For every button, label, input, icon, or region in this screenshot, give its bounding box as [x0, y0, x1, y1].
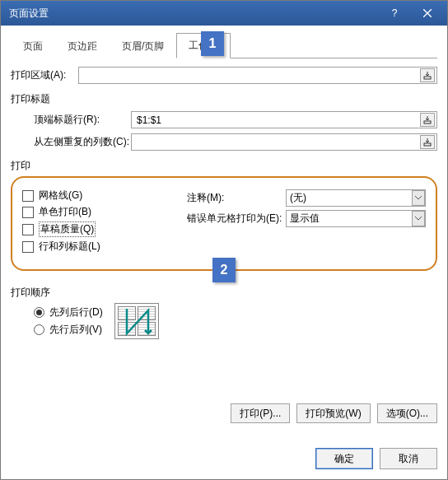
svg-rect-3 — [424, 121, 431, 123]
rows-repeat-wrap — [131, 111, 437, 128]
comments-label: 注释(M): — [187, 191, 286, 205]
tab-margins[interactable]: 页边距 — [55, 34, 110, 58]
print-area-input-wrap — [78, 67, 437, 84]
svg-rect-4 — [424, 143, 431, 146]
tab-header-footer[interactable]: 页眉/页脚 — [110, 34, 176, 58]
callout-2: 2 — [212, 258, 236, 282]
cols-repeat-input[interactable] — [135, 135, 420, 149]
print-area-label: 打印区域(A): — [11, 68, 78, 82]
draft-checkbox-row[interactable]: 草稿质量(Q) — [22, 221, 187, 237]
chevron-down-icon — [412, 211, 425, 226]
errors-select[interactable]: 显示值 — [286, 210, 426, 227]
page-order-image — [114, 303, 159, 339]
down-over-radio[interactable] — [34, 307, 44, 318]
comments-select[interactable]: (无) — [286, 189, 426, 207]
cols-repeat-range-icon[interactable] — [420, 135, 435, 149]
headers-checkbox[interactable] — [22, 241, 34, 253]
rows-repeat-input[interactable] — [135, 113, 420, 127]
gridlines-label: 网格线(G) — [39, 189, 82, 203]
rows-repeat-range-icon[interactable] — [420, 113, 435, 127]
callout-1: 1 — [201, 31, 224, 56]
print-preview-button[interactable]: 打印预览(W) — [296, 403, 370, 423]
over-down-label: 先行后列(V) — [49, 323, 102, 337]
over-down-radio[interactable] — [34, 324, 44, 335]
print-options-group: 网格线(G) 单色打印(B) 草稿质量(Q) 行和列标题(L) — [11, 176, 437, 271]
svg-rect-2 — [424, 77, 431, 79]
cancel-button[interactable]: 取消 — [380, 448, 437, 469]
close-button[interactable] — [411, 2, 444, 25]
draft-checkbox[interactable] — [22, 224, 34, 235]
headers-label: 行和列标题(L) — [39, 240, 100, 254]
ok-button[interactable]: 确定 — [315, 448, 373, 469]
errors-value: 显示值 — [290, 212, 422, 226]
options-button[interactable]: 选项(O)... — [377, 403, 437, 423]
cols-repeat-label: 从左侧重复的列数(C): — [34, 135, 131, 149]
window-title: 页面设置 — [9, 7, 378, 21]
cols-repeat-wrap — [131, 133, 437, 151]
page-order-group-label: 打印顺序 — [11, 286, 437, 300]
print-button[interactable]: 打印(P)... — [231, 403, 290, 423]
print-area-input[interactable] — [82, 68, 420, 82]
over-down-radio-row[interactable]: 先行后列(V) — [34, 323, 103, 337]
rows-repeat-label: 顶端标题行(R): — [34, 113, 131, 127]
print-titles-group-label: 打印标题 — [11, 92, 437, 106]
bw-checkbox-row[interactable]: 单色打印(B) — [22, 205, 187, 219]
gridlines-checkbox-row[interactable]: 网格线(G) — [22, 189, 187, 203]
title-bar: 页面设置 ? — [1, 1, 447, 26]
tab-page[interactable]: 页面 — [11, 34, 55, 58]
bw-label: 单色打印(B) — [39, 205, 91, 219]
tab-strip: 页面 页边距 页眉/页脚 工作表 1 — [11, 32, 437, 58]
errors-label: 错误单元格打印为(E): — [187, 212, 286, 226]
help-button[interactable]: ? — [378, 2, 411, 25]
chevron-down-icon — [412, 190, 425, 206]
bw-checkbox[interactable] — [22, 207, 34, 218]
gridlines-checkbox[interactable] — [22, 190, 34, 202]
down-over-radio-row[interactable]: 先列后行(D) — [34, 305, 103, 319]
down-over-label: 先列后行(D) — [49, 305, 103, 319]
comments-value: (无) — [290, 191, 422, 205]
headers-checkbox-row[interactable]: 行和列标题(L) — [22, 240, 187, 254]
print-group-label: 打印 — [11, 159, 437, 173]
draft-label: 草稿质量(Q) — [39, 221, 96, 237]
print-area-range-icon[interactable] — [420, 68, 435, 82]
